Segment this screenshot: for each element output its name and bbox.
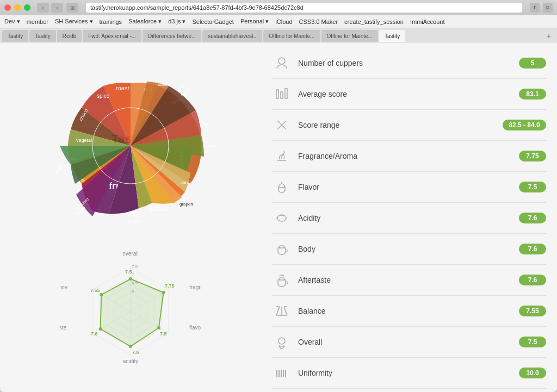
tab-rcidb[interactable]: Rcidb: [57, 30, 82, 42]
tab-offline-2[interactable]: Offline for Mainte...: [321, 30, 378, 42]
maximize-button[interactable]: [24, 4, 30, 11]
score-row-flavor: Flavor 7.5: [272, 172, 546, 203]
share-icon[interactable]: ⬆: [530, 3, 540, 13]
menu-member[interactable]: member: [27, 18, 48, 25]
range-icon: [272, 115, 292, 135]
score-row-cleancup: Clean Cup 10.0: [272, 389, 546, 392]
svg-text:fragrance: fragrance: [189, 284, 201, 290]
tab-sustainable[interactable]: sustainableharvest...: [202, 30, 262, 42]
radar-chart-container: 7.5 7 6.5 6 7.5 7.75 7.5 7.6 7.6 7.55 ov…: [11, 249, 250, 369]
score-row-overall: Overall 7.5: [272, 327, 546, 358]
svg-text:aftertaste: aftertaste: [60, 325, 66, 331]
svg-text:vegetal: vegetal: [76, 138, 92, 143]
svg-text:7.5: 7.5: [132, 264, 138, 269]
svg-text:7.5: 7.5: [160, 331, 167, 337]
menu-selectorgadget[interactable]: SelectorGadget: [192, 18, 233, 25]
acidity-value: 7.6: [519, 213, 546, 223]
back-button[interactable]: ‹: [37, 3, 49, 13]
balance-label: Balance: [298, 307, 512, 315]
score-row-balance: Balance 7.55: [272, 296, 546, 327]
menu-immi[interactable]: ImmiAccount: [410, 18, 445, 25]
cuppers-value: 5: [519, 58, 546, 69]
menu-css[interactable]: CSS3.0 Maker: [299, 18, 338, 25]
minimize-button[interactable]: [14, 4, 21, 11]
svg-text:longa: longa: [54, 164, 62, 176]
svg-point-80: [278, 338, 285, 344]
menu-create-tastify[interactable]: create_tastify_session: [344, 18, 404, 25]
tab-bar: Tastify Tastify Rcidb Fwd: Apex email -.…: [0, 28, 557, 42]
toolbar-icons: ⬆ ⧉: [530, 3, 553, 13]
score-row-fragrance: Fragrance/Aroma 7.75: [272, 141, 546, 172]
svg-text:7.6: 7.6: [91, 331, 98, 337]
svg-text:7.5: 7.5: [125, 269, 132, 275]
tab-fwd[interactable]: Fwd: Apex email -...: [83, 30, 141, 42]
menu-dev[interactable]: Dev ▾: [4, 18, 20, 25]
aftertaste-value: 7.6: [519, 275, 546, 285]
avg-value: 83.1: [519, 89, 546, 99]
sidebar-toggle[interactable]: ⊞: [66, 3, 78, 13]
fragrance-label: Fragrance/Aroma: [298, 152, 512, 160]
svg-point-64: [278, 58, 285, 64]
left-panel: Tastify ™ walnut nut roast spice: [0, 42, 261, 392]
traffic-lights: [4, 4, 30, 11]
avg-icon: [272, 84, 292, 104]
tab-tastify-2[interactable]: Tastify: [29, 30, 55, 42]
tab-differences[interactable]: Differences betwe...: [143, 30, 201, 42]
svg-point-47: [100, 293, 103, 296]
body-label: Body: [298, 245, 512, 253]
score-row-acidity: Acidity 7.6: [272, 203, 546, 234]
tab-tastify-1[interactable]: Tastify: [2, 30, 28, 42]
svg-text:white: white: [127, 212, 139, 217]
forward-button[interactable]: ›: [51, 3, 63, 13]
uniformity-label: Uniformity: [298, 369, 512, 377]
balance-icon: [272, 301, 292, 321]
address-bar[interactable]: tastify.herokuapp.com/sample_reports/641…: [86, 3, 522, 13]
menu-salesforce[interactable]: Salesforce ▾: [128, 18, 162, 25]
browser-window: ‹ › ⊞ tastify.herokuapp.com/sample_repor…: [0, 0, 557, 392]
svg-text:7: 7: [132, 272, 134, 277]
flavor-wheel: Tastify ™ walnut nut roast spice: [38, 53, 223, 238]
radar-chart: 7.5 7 6.5 6 7.5 7.75 7.5 7.6 7.6 7.55 ov…: [60, 249, 201, 369]
svg-text:grassy: grassy: [203, 143, 216, 148]
svg-text:vanilla: vanilla: [181, 180, 193, 185]
score-row-range: Score range 82.5 - 84.0: [272, 110, 546, 141]
svg-text:flavor: flavor: [189, 325, 201, 331]
avg-label: Average score: [298, 90, 512, 98]
svg-text:overall: overall: [122, 251, 138, 257]
svg-text:toast: toast: [158, 82, 168, 87]
new-tab-icon[interactable]: ⧉: [543, 3, 553, 13]
svg-point-44: [157, 326, 160, 329]
tab-tastify-active[interactable]: Tastify: [379, 30, 405, 42]
flavor-wheel-container: Tastify ™ walnut nut roast spice: [11, 53, 250, 238]
svg-point-43: [162, 291, 165, 294]
svg-text:citrus: citrus: [150, 204, 169, 213]
menu-trainings[interactable]: trainings: [100, 18, 122, 25]
close-button[interactable]: [4, 4, 11, 11]
svg-rect-65: [276, 90, 278, 98]
range-value: 82.5 - 84.0: [503, 120, 546, 130]
fragrance-icon: [272, 146, 292, 166]
menu-sh-services[interactable]: SH Services ▾: [55, 18, 93, 25]
svg-text:7.6: 7.6: [132, 350, 139, 355]
svg-rect-67: [285, 89, 287, 98]
flavor-label: Flavor: [298, 183, 512, 191]
new-tab-button[interactable]: +: [543, 30, 555, 42]
menu-personal[interactable]: Personal ▾: [240, 18, 269, 25]
menu-icloud[interactable]: iCloud: [275, 18, 292, 25]
svg-text:roast: roast: [116, 85, 129, 91]
svg-line-79: [284, 307, 287, 315]
svg-point-45: [129, 345, 132, 348]
menu-d3[interactable]: d3.js ▾: [168, 18, 185, 25]
svg-text:6.5: 6.5: [132, 281, 138, 285]
svg-text:7.75: 7.75: [165, 283, 175, 289]
title-bar: ‹ › ⊞ tastify.herokuapp.com/sample_repor…: [0, 0, 557, 15]
svg-point-46: [99, 327, 102, 331]
svg-rect-66: [281, 92, 283, 98]
svg-line-77: [276, 307, 280, 315]
uniformity-value: 10.0: [519, 368, 546, 378]
overall-label: Overall: [298, 338, 512, 346]
balance-value: 7.55: [519, 306, 546, 316]
flavor-value: 7.5: [519, 182, 546, 192]
score-row-body: Body 7.6: [272, 234, 546, 265]
tab-offline-1[interactable]: Offline for Mainte...: [263, 30, 320, 42]
